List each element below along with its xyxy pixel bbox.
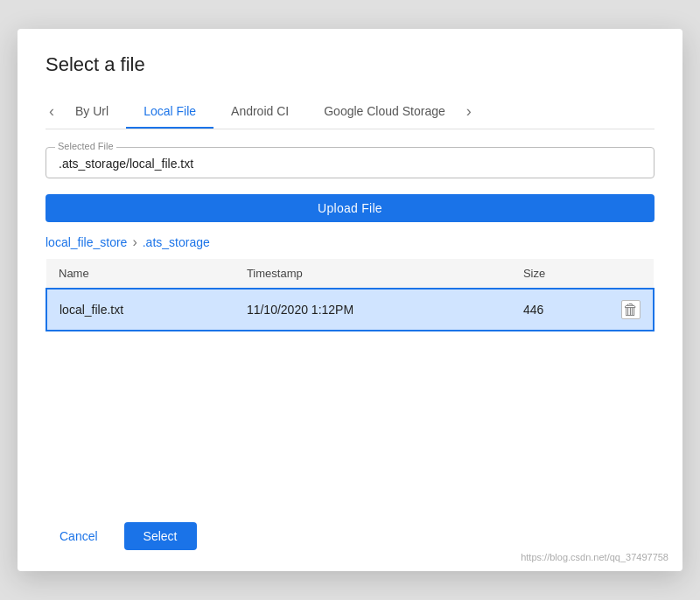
file-table: Name Timestamp Size local_file.txt 11/10… xyxy=(46,259,654,331)
cell-delete: 🗑 xyxy=(609,289,654,331)
tab-arrow-right[interactable]: › xyxy=(463,94,475,129)
table-row[interactable]: local_file.txt 11/10/2020 1:12PM 446 🗑 xyxy=(46,289,654,331)
select-button[interactable]: Select xyxy=(124,522,197,550)
column-header-size: Size xyxy=(511,259,609,289)
selected-file-field: Selected File .ats_storage/local_file.tx… xyxy=(46,147,654,178)
column-header-name: Name xyxy=(46,259,234,289)
breadcrumb-separator: › xyxy=(132,234,136,250)
tab-by-url[interactable]: By Url xyxy=(58,95,126,129)
column-header-timestamp: Timestamp xyxy=(234,259,511,289)
breadcrumb: local_file_store › .ats_storage xyxy=(46,234,654,250)
cancel-button[interactable]: Cancel xyxy=(46,522,112,550)
column-header-actions xyxy=(609,259,654,289)
watermark: https://blog.csdn.net/qq_37497758 xyxy=(521,552,668,562)
tab-android-ci[interactable]: Android CI xyxy=(214,95,306,129)
cell-name: local_file.txt xyxy=(46,289,234,331)
dialog: Select a file ‹ By Url Local File Androi… xyxy=(18,29,682,571)
tab-google-cloud-storage[interactable]: Google Cloud Storage xyxy=(306,95,463,129)
breadcrumb-current[interactable]: .ats_storage xyxy=(143,235,210,249)
tabs-row: ‹ By Url Local File Android CI Google Cl… xyxy=(46,94,654,129)
delete-icon[interactable]: 🗑 xyxy=(621,300,640,319)
dialog-footer: Cancel Select xyxy=(46,494,654,550)
tab-local-file[interactable]: Local File xyxy=(126,95,214,129)
upload-file-button[interactable]: Upload File xyxy=(46,194,654,222)
breadcrumb-root[interactable]: local_file_store xyxy=(46,235,127,249)
cell-timestamp: 11/10/2020 1:12PM xyxy=(234,289,511,331)
cell-size: 446 xyxy=(511,289,609,331)
selected-file-value: .ats_storage/local_file.txt xyxy=(59,157,193,171)
dialog-title: Select a file xyxy=(46,53,654,76)
selected-file-label: Selected File xyxy=(55,141,116,151)
tab-arrow-left[interactable]: ‹ xyxy=(46,94,58,129)
table-header-row: Name Timestamp Size xyxy=(46,259,654,289)
